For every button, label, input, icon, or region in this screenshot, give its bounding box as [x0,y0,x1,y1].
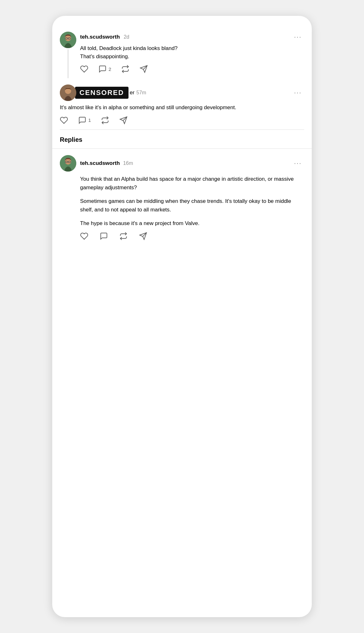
original-timestamp: 2d [124,34,129,40]
repost-icon-3 [119,232,128,240]
thread-reply-paragraph-1: You think that an Alpha build has space … [80,175,304,192]
thread-reply-paragraph-3: The hype is because it's a new project f… [80,219,304,228]
comment-count-2: 1 [88,117,91,123]
thread-reply-header: teh.scudsworth 16m ··· [60,155,304,172]
heart-icon-3 [80,232,88,240]
thread-reply-header-left: teh.scudsworth 16m [60,155,133,172]
thread-reply-username[interactable]: teh.scudsworth [80,160,120,166]
repost-button-1[interactable] [121,65,129,73]
censored-reply-actions: 1 [60,116,304,124]
repost-button-2[interactable] [101,116,109,124]
censored-timestamp: 57m [136,90,146,96]
censored-more-button[interactable]: ··· [292,87,304,98]
share-icon-2 [119,116,128,124]
avatar-scudsworth-1 [60,32,76,48]
repost-icon-1 [121,65,129,73]
share-button-2[interactable] [119,116,128,124]
original-post-actions: 2 [80,65,304,73]
thread-reply-timestamp: 16m [123,160,133,166]
heart-icon-1 [80,65,88,73]
like-button-1[interactable] [80,65,88,73]
comment-icon-3 [100,232,108,240]
thread-reply-paragraph-2: Sometimes games can be middling when the… [80,197,304,214]
phone-frame: teh.scudsworth 2d ··· All told, Deadlock… [52,16,312,617]
censored-badge: CENSORED [75,87,129,99]
original-more-button[interactable]: ··· [292,32,304,42]
censored-suffix: er [130,90,135,96]
repost-button-3[interactable] [119,232,128,240]
censored-header-left: CENSORED er 57m [60,85,146,101]
share-icon-3 [139,232,147,240]
like-button-3[interactable] [80,232,88,240]
original-post-body: All told, Deadlock just kinda looks blan… [80,44,304,60]
share-button-1[interactable] [140,65,148,73]
share-icon-1 [140,65,148,73]
comment-count-1: 2 [109,66,111,72]
thread-right-original: teh.scudsworth 2d ··· All told, Deadlock… [80,32,304,78]
comment-button-3[interactable] [100,232,108,240]
comment-icon-2 [78,116,86,124]
original-post-header: teh.scudsworth 2d ··· [80,32,304,42]
thread-reply-body: You think that an Alpha build has space … [80,175,304,228]
repost-icon-2 [101,116,109,124]
original-post: teh.scudsworth 2d ··· All told, Deadlock… [52,25,312,78]
comment-button-1[interactable]: 2 [98,65,111,73]
heart-icon-2 [60,116,68,124]
thread-reply-more-button[interactable]: ··· [292,158,304,169]
original-username[interactable]: teh.scudsworth [80,34,120,40]
censored-reply-body: It's almost like it's in alpha or someth… [60,103,304,112]
avatar-scudsworth-2 [60,155,76,172]
censored-avatar [60,85,76,101]
thread-line-1 [68,49,68,78]
thread-reply-post: teh.scudsworth 16m ··· You think that an… [52,149,312,247]
thread-reply-actions [80,232,304,240]
thread-left [60,32,76,78]
like-button-2[interactable] [60,116,68,124]
comment-button-2[interactable]: 1 [78,116,91,124]
share-button-3[interactable] [139,232,147,240]
comment-icon-1 [98,65,107,73]
replies-heading: Replies [52,130,312,148]
censored-reply-container: CENSORED er 57m ··· It's almost like it'… [52,78,312,129]
